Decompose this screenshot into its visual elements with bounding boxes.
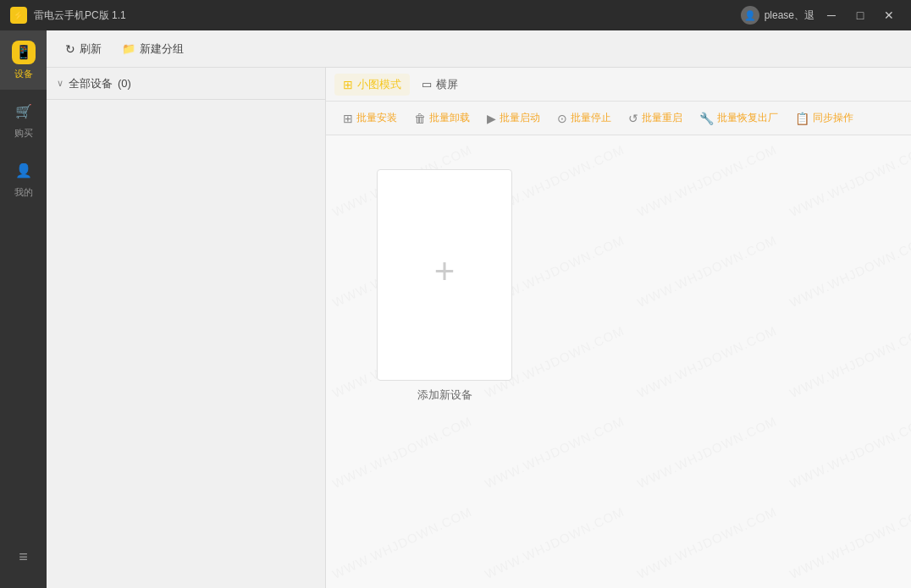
watermark-text-14: WWW.WHJDOWN.COM <box>483 414 627 491</box>
batch-stop-label: 批量停止 <box>571 111 611 125</box>
menu-icon: ≡ <box>19 548 28 566</box>
content-area: ↻ 刷新 📁 新建分组 ∨ 全部设备 (0) <box>47 30 911 588</box>
sidebar-menu-button[interactable]: ≡ <box>0 536 47 578</box>
main-layout: 📱 设备 🛒 购买 👤 我的 ≡ ↻ 刷新 <box>0 30 911 588</box>
two-pane: ∨ 全部设备 (0) ⊞ 小图模式 ▭ 横屏 <box>47 68 911 588</box>
my-icon: 👤 <box>15 162 32 179</box>
watermark-text-19: WWW.WHJDOWN.COM <box>635 504 779 581</box>
app-title: 雷电云手机PC版 1.1 <box>34 8 126 23</box>
batch-uninstall-button[interactable]: 🗑 批量卸载 <box>406 107 478 129</box>
landscape-icon: ▭ <box>422 78 432 91</box>
watermark-text-11: WWW.WHJDOWN.COM <box>635 323 779 400</box>
watermark-text-15: WWW.WHJDOWN.COM <box>635 414 779 491</box>
right-panel: ⊞ 小图模式 ▭ 横屏 ⊞ 批量安装 🗑 <box>326 68 911 588</box>
device-grid: WWW.WHJDOWN.COMWWW.WHJDOWN.COMWWW.WHJDOW… <box>326 135 911 588</box>
action-bar: ⊞ 批量安装 🗑 批量卸载 ▶ 批量启动 ⊙ 批量停止 <box>326 102 911 135</box>
refresh-button[interactable]: ↻ 刷新 <box>57 37 110 61</box>
new-group-label: 新建分组 <box>140 41 184 57</box>
watermark-text-18: WWW.WHJDOWN.COM <box>483 504 627 581</box>
small-icon-view-icon: ⊞ <box>343 78 353 91</box>
watermark-text-16: WWW.WHJDOWN.COM <box>787 414 911 491</box>
left-panel: ∨ 全部设备 (0) <box>47 68 326 588</box>
sync-ops-icon: 📋 <box>795 112 809 125</box>
watermark-text-3: WWW.WHJDOWN.COM <box>635 142 779 219</box>
batch-reset-label: 批量恢复出厂 <box>717 111 778 125</box>
view-bar: ⊞ 小图模式 ▭ 横屏 <box>326 68 911 102</box>
landscape-view-button[interactable]: ▭ 横屏 <box>413 74 467 96</box>
small-icon-view-label: 小图模式 <box>357 77 401 92</box>
devices-icon: 📱 <box>15 44 32 60</box>
batch-start-icon: ▶ <box>487 112 496 125</box>
sidebar-bottom: ≡ <box>0 536 47 588</box>
batch-install-button[interactable]: ⊞ 批量安装 <box>334 107 406 129</box>
batch-uninstall-label: 批量卸载 <box>429 111 470 125</box>
batch-restart-label: 批量重启 <box>642 111 682 125</box>
batch-reset-button[interactable]: 🔧 批量恢复出厂 <box>691 107 787 129</box>
device-count: (0) <box>118 77 131 90</box>
add-device-label: 添加新设备 <box>417 387 472 403</box>
chevron-icon: ∨ <box>57 78 63 89</box>
sidebar-devices-label: 设备 <box>14 68 33 80</box>
buy-icon: 🛒 <box>15 103 32 119</box>
watermark-text-20: WWW.WHJDOWN.COM <box>787 504 911 581</box>
app-logo: ⚡ <box>10 7 27 24</box>
sidebar-item-devices[interactable]: 📱 设备 <box>0 30 47 90</box>
title-bar-left: ⚡ 雷电云手机PC版 1.1 <box>10 7 126 24</box>
refresh-icon: ↻ <box>65 42 75 56</box>
sidebar-item-my[interactable]: 👤 我的 <box>0 149 47 208</box>
username: please、退 <box>765 8 814 23</box>
plus-icon: + <box>434 254 456 289</box>
my-icon-box: 👤 <box>12 159 36 183</box>
watermark-text-17: WWW.WHJDOWN.COM <box>330 504 474 581</box>
user-avatar: 👤 <box>741 6 759 25</box>
minimize-button[interactable]: ─ <box>820 3 843 27</box>
watermark-text-4: WWW.WHJDOWN.COM <box>787 142 911 219</box>
new-group-icon: 📁 <box>122 42 135 55</box>
all-devices-label: 全部设备 <box>69 76 113 91</box>
sidebar-item-buy[interactable]: 🛒 购买 <box>0 90 47 149</box>
maximize-button[interactable]: □ <box>848 3 872 27</box>
landscape-label: 横屏 <box>436 77 458 92</box>
sync-ops-label: 同步操作 <box>813 111 853 125</box>
batch-restart-icon: ↺ <box>628 112 638 125</box>
title-bar-right: 👤 please、退 ─ □ ✕ <box>741 3 901 27</box>
add-device-card[interactable]: + <box>377 169 512 381</box>
all-devices-header[interactable]: ∨ 全部设备 (0) <box>47 68 325 100</box>
watermark-text-12: WWW.WHJDOWN.COM <box>787 323 911 400</box>
batch-stop-button[interactable]: ⊙ 批量停止 <box>549 107 620 129</box>
close-button[interactable]: ✕ <box>877 3 901 27</box>
batch-reset-icon: 🔧 <box>699 112 714 125</box>
devices-icon-box: 📱 <box>12 41 36 64</box>
batch-install-icon: ⊞ <box>343 112 353 125</box>
sidebar: 📱 设备 🛒 购买 👤 我的 ≡ <box>0 30 47 588</box>
sidebar-buy-label: 购买 <box>14 127 33 140</box>
batch-uninstall-icon: 🗑 <box>414 112 426 125</box>
user-info[interactable]: 👤 please、退 <box>741 6 814 25</box>
refresh-label: 刷新 <box>80 41 102 57</box>
batch-stop-icon: ⊙ <box>557 112 567 125</box>
sidebar-my-label: 我的 <box>14 186 33 199</box>
batch-start-label: 批量启动 <box>500 111 540 125</box>
sync-ops-button[interactable]: 📋 同步操作 <box>787 107 862 129</box>
watermark-text-7: WWW.WHJDOWN.COM <box>635 233 779 310</box>
watermark-text-13: WWW.WHJDOWN.COM <box>330 414 474 491</box>
batch-install-label: 批量安装 <box>356 111 397 125</box>
toolbar: ↻ 刷新 📁 新建分组 <box>47 30 911 68</box>
small-icon-view-button[interactable]: ⊞ 小图模式 <box>334 74 410 96</box>
batch-start-button[interactable]: ▶ 批量启动 <box>478 107 549 129</box>
buy-icon-box: 🛒 <box>12 100 36 124</box>
batch-restart-button[interactable]: ↺ 批量重启 <box>620 107 691 129</box>
title-bar: ⚡ 雷电云手机PC版 1.1 👤 please、退 ─ □ ✕ <box>0 0 911 30</box>
watermark-text-8: WWW.WHJDOWN.COM <box>787 233 911 310</box>
new-group-button[interactable]: 📁 新建分组 <box>113 37 192 61</box>
